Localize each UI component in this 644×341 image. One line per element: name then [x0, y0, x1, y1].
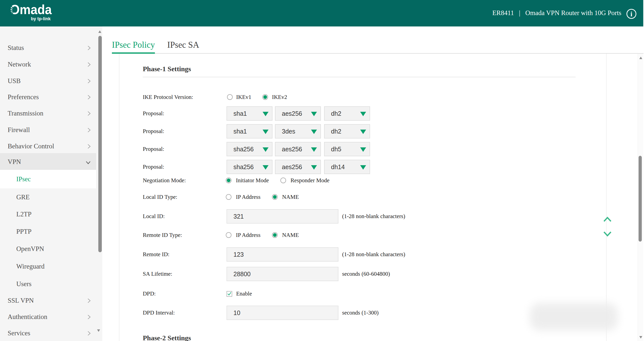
svg-text:i: i	[630, 10, 632, 18]
